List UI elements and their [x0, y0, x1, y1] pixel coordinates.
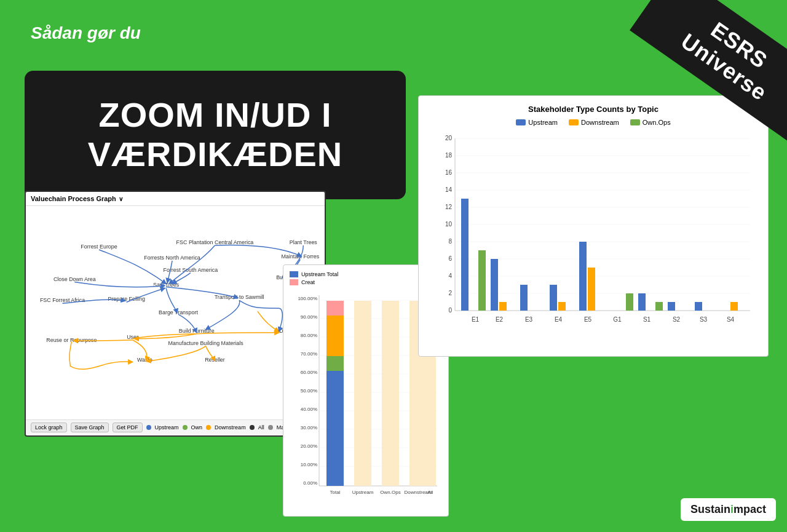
logo-text-2: mpact [734, 503, 766, 516]
sbc-creat-label: Creat [301, 279, 315, 285]
e2-upstream-bar [491, 259, 498, 311]
graph-toolbar: Lock graph Save Graph Get PDF Upstream O… [26, 419, 325, 435]
g1-label: G1 [613, 316, 622, 323]
sbc-upstream-label: Upstream Total [301, 271, 338, 277]
legend-upstream-label: Upstream [155, 424, 179, 431]
get-pdf-button[interactable]: Get PDF [113, 423, 143, 432]
e5-upstream-bar [579, 242, 587, 311]
bar-upstream [354, 301, 371, 486]
sbc-creat-color [290, 279, 298, 285]
edge-d3 [135, 334, 197, 339]
svg-text:90.00%: 90.00% [301, 314, 317, 320]
e1-ownops-bar [478, 250, 486, 311]
node-fsc-africa: FSC Forrest Africa [40, 297, 85, 303]
svg-text:70.00%: 70.00% [301, 351, 317, 357]
svg-text:20.00%: 20.00% [301, 443, 317, 449]
edge-d6 [258, 311, 279, 332]
s2-upstream-bar [668, 302, 675, 311]
e3-label: E3 [525, 316, 533, 323]
logo-text-1: Sustain [690, 503, 730, 516]
save-graph-button[interactable]: Save Graph [71, 423, 109, 432]
e2-label: E2 [496, 316, 504, 323]
edge-d4 [146, 346, 205, 362]
e2-downstream-bar [499, 302, 507, 311]
e3-upstream-bar [520, 285, 528, 311]
e5-label: E5 [584, 316, 592, 323]
svg-text:8: 8 [448, 238, 452, 245]
node-fsc-plantation: FSC Plantation Central America [176, 239, 254, 245]
svg-text:40.00%: 40.00% [301, 407, 317, 412]
legend-upstream-rect [516, 119, 526, 125]
legend-downstream-rect [569, 119, 579, 125]
esrs-banner-text: ESRSUniverse [630, 0, 787, 143]
svg-text:0.00%: 0.00% [303, 480, 317, 486]
bar-total-pink [326, 301, 344, 316]
esrs-banner: ESRSUniverse [621, 0, 787, 166]
main-title: ZOOM IN/UD I VÆRDIKÆDEN [43, 95, 387, 175]
e4-label: E4 [555, 316, 563, 323]
bar-total-blue [326, 371, 344, 486]
node-manufacture: Manufacture Building Materials [168, 340, 243, 346]
svg-text:12: 12 [445, 204, 453, 210]
node-close-down: Close Down Area [53, 276, 96, 282]
e5-downstream-bar [588, 268, 595, 311]
svg-text:20: 20 [445, 135, 453, 141]
legend-own-label: Own [191, 424, 203, 431]
svg-text:4: 4 [448, 272, 452, 279]
legend-downstream-text: Downstream [581, 119, 619, 126]
edge-11 [74, 282, 165, 287]
legend-upstream-dot [146, 425, 151, 430]
svg-text:10.00%: 10.00% [301, 462, 317, 467]
edge-2 [169, 245, 215, 284]
s4-label: S4 [727, 316, 735, 323]
edge-9 [127, 288, 165, 302]
header-subtitle: Sådan gør du [31, 23, 141, 43]
s1-label: S1 [643, 316, 651, 323]
svg-text:80.00%: 80.00% [301, 333, 317, 338]
svg-text:10: 10 [445, 221, 453, 228]
s1-upstream-bar [638, 293, 646, 311]
g1-ownops-bar [626, 293, 633, 311]
bar-ownops [382, 301, 399, 486]
node-forrest-europe: Forrest Europe [81, 244, 117, 250]
bar-total-label: Total [330, 490, 341, 495]
node-plant-trees: Plant Trees [290, 239, 318, 245]
node-transport: Transport to Sawmill [215, 294, 264, 300]
graph-chevron-icon: ∨ [119, 196, 123, 202]
legend-item-upstream: Upstream [516, 119, 558, 126]
svg-text:6: 6 [448, 255, 452, 262]
lock-graph-button[interactable]: Lock graph [31, 423, 67, 432]
legend-upstream-text: Upstream [528, 119, 558, 126]
title-box: ZOOM IN/UD I VÆRDIKÆDEN [25, 71, 406, 199]
legend-all-label: All [258, 424, 264, 431]
s3-label: S3 [700, 316, 708, 323]
graph-title: Valuechain Process Graph [31, 195, 116, 202]
legend-downstream-label: Downstream [215, 424, 246, 431]
svg-text:16: 16 [445, 169, 453, 176]
node-waste: Waste [137, 357, 152, 363]
legend-all-dot [250, 425, 255, 430]
bar-all-label: All [428, 490, 433, 495]
edge-d9 [69, 342, 133, 370]
s2-label: S2 [673, 316, 681, 323]
bar-total-green [326, 356, 344, 371]
bar-upstream-label: Upstream [352, 490, 374, 495]
graph-card-header: Valuechain Process Graph ∨ [26, 192, 325, 206]
s3-upstream-bar [695, 302, 702, 311]
s4-downstream-bar [730, 302, 738, 311]
svg-text:60.00%: 60.00% [301, 370, 317, 375]
s1-ownops-bar [655, 302, 663, 311]
svg-text:50.00%: 50.00% [301, 388, 317, 394]
svg-text:14: 14 [445, 186, 453, 193]
legend-material-dot [268, 425, 273, 430]
e4-upstream-bar [550, 285, 557, 311]
bar-ownops-label: Own.Ops [380, 490, 400, 495]
svg-text:18: 18 [445, 152, 453, 159]
e1-upstream-bar [461, 199, 469, 311]
graph-card: Valuechain Process Graph ∨ Forrest Europ… [25, 191, 326, 437]
svg-text:2: 2 [448, 290, 452, 296]
node-forrests-na: Forrests North America [144, 255, 200, 261]
edge-t1 [206, 300, 240, 330]
graph-body: Forrest Europe FSC Plantation Central Am… [26, 206, 325, 435]
sbc-upstream-color [290, 271, 298, 277]
